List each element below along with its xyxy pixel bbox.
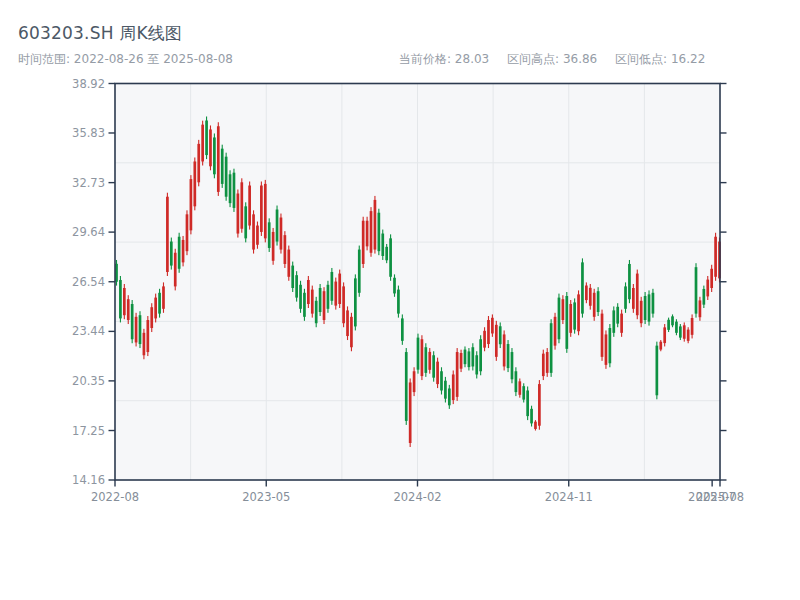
x-tick-label: 2023-05 <box>242 490 290 504</box>
candle <box>565 296 568 349</box>
candle <box>193 161 196 206</box>
candle <box>162 286 165 308</box>
candle <box>354 278 357 326</box>
candle <box>601 314 604 357</box>
y-tick-label: 17.25 <box>72 424 105 438</box>
candle <box>464 350 467 365</box>
candle <box>456 352 459 397</box>
candle <box>139 315 142 344</box>
candle <box>534 422 537 429</box>
candle <box>323 291 326 320</box>
candle <box>338 274 341 304</box>
candle <box>550 323 553 373</box>
candle <box>284 235 287 264</box>
candle <box>554 317 557 346</box>
kline-chart: 38.9235.8332.7329.6426.5423.4420.3517.25… <box>0 0 800 600</box>
candle <box>377 213 380 251</box>
candle <box>620 314 623 333</box>
candle <box>569 304 572 333</box>
candle <box>233 173 236 208</box>
candle <box>663 327 666 343</box>
candle <box>483 331 486 348</box>
candle <box>350 317 353 347</box>
candle <box>636 274 639 316</box>
candle <box>240 182 243 228</box>
candle <box>691 318 694 335</box>
candle <box>421 339 424 376</box>
candle <box>499 326 502 344</box>
candle <box>178 237 181 269</box>
y-tick-label: 14.16 <box>72 473 105 487</box>
candle <box>221 149 224 184</box>
candle <box>702 289 705 305</box>
candle <box>432 355 435 377</box>
candle <box>479 339 482 371</box>
candle <box>295 275 298 297</box>
candle <box>209 129 212 166</box>
candle <box>581 262 584 313</box>
candle <box>683 325 686 338</box>
candle <box>135 317 138 343</box>
candle <box>319 288 322 312</box>
candle <box>393 278 396 294</box>
candle <box>616 307 619 324</box>
candle <box>624 286 627 308</box>
candle <box>452 374 455 400</box>
candle <box>444 381 447 399</box>
candle <box>699 300 702 317</box>
candle <box>417 338 420 370</box>
candle <box>511 352 514 379</box>
candle <box>123 288 126 315</box>
candle <box>652 293 655 314</box>
candle <box>303 293 306 317</box>
candle <box>609 328 612 363</box>
candle <box>315 301 318 323</box>
candle <box>436 362 439 384</box>
candle <box>119 280 122 318</box>
candle <box>291 266 294 288</box>
candle <box>401 318 404 340</box>
candle <box>440 371 443 390</box>
candle <box>131 304 134 339</box>
candle <box>201 125 204 162</box>
candle <box>679 326 682 337</box>
y-tick-label: 29.64 <box>72 225 105 239</box>
candle <box>585 286 588 301</box>
candle <box>424 347 427 373</box>
candle <box>217 126 220 192</box>
candle <box>405 352 408 421</box>
candle <box>205 120 208 155</box>
candle <box>460 353 463 369</box>
candle <box>577 294 580 331</box>
y-tick-label: 38.92 <box>72 77 105 91</box>
candle <box>182 240 185 262</box>
candle <box>190 179 193 230</box>
candle <box>671 316 674 325</box>
candle <box>252 214 255 249</box>
candle <box>518 381 521 394</box>
candle <box>542 354 545 376</box>
candle <box>589 288 592 306</box>
candle <box>264 184 267 238</box>
candle <box>632 288 635 309</box>
candle <box>675 322 678 333</box>
candle <box>487 320 490 344</box>
candle <box>280 218 283 250</box>
candle <box>593 293 596 317</box>
candle <box>150 307 153 328</box>
kline-app: 603203.SH 周K线图 时间范围: 2022-08-26 至 2025-0… <box>0 0 800 600</box>
y-tick-label: 23.44 <box>72 324 105 338</box>
candle <box>714 237 717 277</box>
candle <box>648 294 651 321</box>
candle <box>244 206 247 238</box>
candle <box>409 382 412 443</box>
candle <box>538 384 541 426</box>
candle <box>628 264 631 299</box>
candle <box>166 197 169 272</box>
candle <box>366 221 369 247</box>
candle <box>146 320 149 352</box>
candle <box>448 388 451 405</box>
candle <box>503 334 506 366</box>
candle <box>597 291 600 312</box>
candle <box>276 210 279 242</box>
